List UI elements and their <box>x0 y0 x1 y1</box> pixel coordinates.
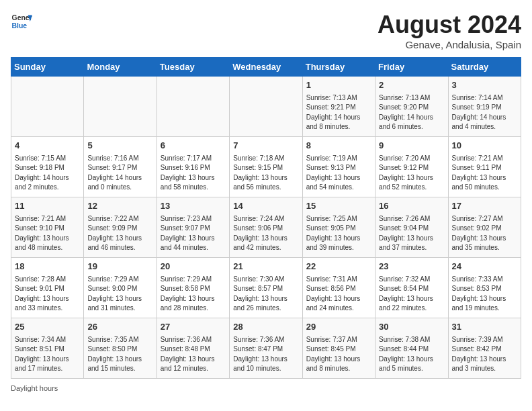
day-number: 27 <box>161 321 226 334</box>
calendar-day-cell: 19Sunrise: 7:29 AM Sunset: 9:00 PM Dayli… <box>84 258 157 318</box>
calendar-day-cell: 7Sunrise: 7:18 AM Sunset: 9:15 PM Daylig… <box>230 137 302 197</box>
title-block: August 2024 Genave, Andalusia, Spain <box>378 11 521 50</box>
calendar-day-cell: 6Sunrise: 7:17 AM Sunset: 9:16 PM Daylig… <box>157 137 229 197</box>
calendar-day-cell: 5Sunrise: 7:16 AM Sunset: 9:17 PM Daylig… <box>84 137 157 197</box>
day-number: 20 <box>161 261 226 273</box>
day-info: Sunrise: 7:14 AM Sunset: 9:19 PM Dayligh… <box>452 93 517 132</box>
day-info: Sunrise: 7:36 AM Sunset: 8:47 PM Dayligh… <box>233 335 298 374</box>
day-number: 6 <box>161 140 226 152</box>
day-number: 8 <box>306 140 371 152</box>
day-info: Sunrise: 7:35 AM Sunset: 8:50 PM Dayligh… <box>87 335 152 374</box>
day-number: 15 <box>306 200 371 213</box>
calendar-day-cell: 13Sunrise: 7:23 AM Sunset: 9:07 PM Dayli… <box>157 197 229 258</box>
calendar-day-cell: 3Sunrise: 7:14 AM Sunset: 9:19 PM Daylig… <box>448 77 521 137</box>
day-info: Sunrise: 7:36 AM Sunset: 8:48 PM Dayligh… <box>161 335 226 374</box>
calendar-week-row: 1Sunrise: 7:13 AM Sunset: 9:21 PM Daylig… <box>11 77 521 137</box>
calendar-day-cell: 28Sunrise: 7:36 AM Sunset: 8:47 PM Dayli… <box>230 318 302 379</box>
day-of-week-header: Sunday <box>11 58 84 77</box>
day-of-week-header: Wednesday <box>230 58 302 77</box>
calendar-day-cell: 30Sunrise: 7:38 AM Sunset: 8:44 PM Dayli… <box>375 318 448 379</box>
calendar-day-cell: 15Sunrise: 7:25 AM Sunset: 9:05 PM Dayli… <box>302 197 375 258</box>
calendar-day-cell: 23Sunrise: 7:32 AM Sunset: 8:54 PM Dayli… <box>375 258 448 318</box>
logo-icon: General Blue <box>11 11 32 32</box>
day-info: Sunrise: 7:34 AM Sunset: 8:51 PM Dayligh… <box>15 335 80 374</box>
day-info: Sunrise: 7:27 AM Sunset: 9:02 PM Dayligh… <box>452 214 517 253</box>
calendar-day-cell: 20Sunrise: 7:29 AM Sunset: 8:58 PM Dayli… <box>157 258 229 318</box>
day-info: Sunrise: 7:29 AM Sunset: 9:00 PM Dayligh… <box>87 275 152 314</box>
day-number: 1 <box>306 79 371 92</box>
month-title: August 2024 <box>378 11 521 39</box>
calendar-day-cell <box>230 77 302 137</box>
day-number: 22 <box>306 261 371 273</box>
day-number: 30 <box>379 321 444 334</box>
day-info: Sunrise: 7:28 AM Sunset: 9:01 PM Dayligh… <box>15 275 80 314</box>
day-number: 4 <box>15 140 80 152</box>
calendar-week-row: 25Sunrise: 7:34 AM Sunset: 8:51 PM Dayli… <box>11 318 521 379</box>
day-info: Sunrise: 7:21 AM Sunset: 9:11 PM Dayligh… <box>452 154 517 193</box>
day-info: Sunrise: 7:17 AM Sunset: 9:16 PM Dayligh… <box>161 154 226 193</box>
calendar-day-cell: 31Sunrise: 7:39 AM Sunset: 8:42 PM Dayli… <box>448 318 521 379</box>
day-info: Sunrise: 7:39 AM Sunset: 8:42 PM Dayligh… <box>452 335 517 374</box>
calendar-day-cell: 1Sunrise: 7:13 AM Sunset: 9:21 PM Daylig… <box>302 77 375 137</box>
day-number: 5 <box>87 140 152 152</box>
calendar-day-cell: 25Sunrise: 7:34 AM Sunset: 8:51 PM Dayli… <box>11 318 84 379</box>
calendar-body: 1Sunrise: 7:13 AM Sunset: 9:21 PM Daylig… <box>11 77 521 379</box>
calendar-header-row: SundayMondayTuesdayWednesdayThursdayFrid… <box>11 58 521 77</box>
day-info: Sunrise: 7:13 AM Sunset: 9:20 PM Dayligh… <box>379 93 444 132</box>
day-number: 21 <box>233 261 298 273</box>
day-info: Sunrise: 7:33 AM Sunset: 8:53 PM Dayligh… <box>452 275 517 314</box>
calendar-week-row: 18Sunrise: 7:28 AM Sunset: 9:01 PM Dayli… <box>11 258 521 318</box>
day-number: 18 <box>15 261 80 273</box>
logo: General Blue <box>11 11 32 32</box>
day-number: 25 <box>15 321 80 334</box>
calendar-day-cell: 29Sunrise: 7:37 AM Sunset: 8:45 PM Dayli… <box>302 318 375 379</box>
day-info: Sunrise: 7:21 AM Sunset: 9:10 PM Dayligh… <box>15 214 80 253</box>
calendar-day-cell <box>11 77 84 137</box>
day-info: Sunrise: 7:23 AM Sunset: 9:07 PM Dayligh… <box>161 214 226 253</box>
calendar-day-cell: 22Sunrise: 7:31 AM Sunset: 8:56 PM Dayli… <box>302 258 375 318</box>
day-of-week-header: Monday <box>84 58 157 77</box>
day-info: Sunrise: 7:15 AM Sunset: 9:18 PM Dayligh… <box>15 154 80 193</box>
footer-daylight: Daylight hours <box>11 384 521 392</box>
day-info: Sunrise: 7:26 AM Sunset: 9:04 PM Dayligh… <box>379 214 444 253</box>
calendar-day-cell: 18Sunrise: 7:28 AM Sunset: 9:01 PM Dayli… <box>11 258 84 318</box>
day-number: 9 <box>379 140 444 152</box>
day-number: 7 <box>233 140 298 152</box>
day-of-week-header: Tuesday <box>157 58 229 77</box>
day-info: Sunrise: 7:30 AM Sunset: 8:57 PM Dayligh… <box>233 275 298 314</box>
day-info: Sunrise: 7:25 AM Sunset: 9:05 PM Dayligh… <box>306 214 371 253</box>
day-number: 12 <box>87 200 152 213</box>
calendar-day-cell: 8Sunrise: 7:19 AM Sunset: 9:13 PM Daylig… <box>302 137 375 197</box>
calendar-day-cell: 26Sunrise: 7:35 AM Sunset: 8:50 PM Dayli… <box>84 318 157 379</box>
day-info: Sunrise: 7:16 AM Sunset: 9:17 PM Dayligh… <box>87 154 152 193</box>
calendar-day-cell: 2Sunrise: 7:13 AM Sunset: 9:20 PM Daylig… <box>375 77 448 137</box>
day-info: Sunrise: 7:13 AM Sunset: 9:21 PM Dayligh… <box>306 93 371 132</box>
day-info: Sunrise: 7:18 AM Sunset: 9:15 PM Dayligh… <box>233 154 298 193</box>
day-info: Sunrise: 7:29 AM Sunset: 8:58 PM Dayligh… <box>161 275 226 314</box>
day-number: 26 <box>87 321 152 334</box>
subtitle: Genave, Andalusia, Spain <box>378 39 521 50</box>
day-number: 17 <box>452 200 517 213</box>
day-number: 11 <box>15 200 80 213</box>
page-header: General Blue August 2024 Genave, Andalus… <box>11 11 521 50</box>
calendar-day-cell: 9Sunrise: 7:20 AM Sunset: 9:12 PM Daylig… <box>375 137 448 197</box>
day-number: 31 <box>452 321 517 334</box>
day-number: 3 <box>452 79 517 92</box>
calendar-day-cell: 17Sunrise: 7:27 AM Sunset: 9:02 PM Dayli… <box>448 197 521 258</box>
day-number: 14 <box>233 200 298 213</box>
day-info: Sunrise: 7:37 AM Sunset: 8:45 PM Dayligh… <box>306 335 371 374</box>
calendar-day-cell: 4Sunrise: 7:15 AM Sunset: 9:18 PM Daylig… <box>11 137 84 197</box>
day-info: Sunrise: 7:19 AM Sunset: 9:13 PM Dayligh… <box>306 154 371 193</box>
calendar-day-cell: 27Sunrise: 7:36 AM Sunset: 8:48 PM Dayli… <box>157 318 229 379</box>
calendar-day-cell: 14Sunrise: 7:24 AM Sunset: 9:06 PM Dayli… <box>230 197 302 258</box>
day-info: Sunrise: 7:22 AM Sunset: 9:09 PM Dayligh… <box>87 214 152 253</box>
day-info: Sunrise: 7:38 AM Sunset: 8:44 PM Dayligh… <box>379 335 444 374</box>
day-number: 2 <box>379 79 444 92</box>
day-number: 29 <box>306 321 371 334</box>
day-number: 19 <box>87 261 152 273</box>
day-of-week-header: Saturday <box>448 58 521 77</box>
day-number: 13 <box>161 200 226 213</box>
day-info: Sunrise: 7:20 AM Sunset: 9:12 PM Dayligh… <box>379 154 444 193</box>
calendar-week-row: 11Sunrise: 7:21 AM Sunset: 9:10 PM Dayli… <box>11 197 521 258</box>
day-of-week-header: Friday <box>375 58 448 77</box>
